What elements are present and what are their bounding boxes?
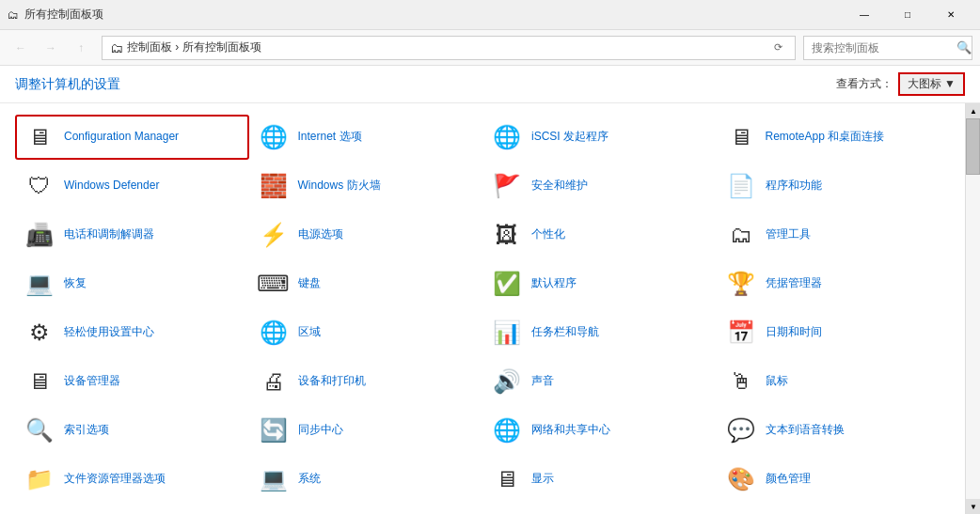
- keyboard-icon: ⌨: [257, 267, 291, 301]
- grid-item-recovery[interactable]: 💻恢复: [15, 261, 249, 306]
- grid-item-firewall[interactable]: 🧱Windows 防火墙: [249, 164, 483, 209]
- grid-item-system[interactable]: 💻系统: [249, 457, 483, 502]
- mouse-icon: 🖱: [724, 365, 758, 398]
- scrollbar: ▲ ▼: [965, 103, 980, 514]
- power-label: 电源选项: [298, 227, 343, 242]
- grid-item-speech[interactable]: 🎤语音识别: [717, 506, 951, 514]
- file-explorer-icon: 📁: [23, 462, 56, 496]
- grid-item-credential[interactable]: 🏆凭据管理器: [717, 261, 951, 306]
- grid-item-device-manager[interactable]: 🖥设备管理器: [15, 359, 249, 404]
- items-grid: 🖥Configuration Manager🌐Internet 选项🌐iSCSI…: [0, 103, 965, 514]
- scroll-track[interactable]: [966, 118, 980, 499]
- security-icon: 🚩: [490, 169, 524, 203]
- taskbar-label: 任务栏和导航: [531, 325, 599, 340]
- refresh-icon[interactable]: ⟳: [768, 39, 787, 57]
- grid-item-network[interactable]: 🌐网络和共享中心: [482, 408, 717, 453]
- config-manager-icon: 🖥: [23, 120, 56, 154]
- devices-printers-label: 设备和打印机: [298, 374, 366, 389]
- file-explorer-label: 文件资源管理器选项: [64, 472, 166, 487]
- grid-item-speech-recog[interactable]: 💬文本到语音转换: [717, 408, 951, 453]
- grid-item-phone[interactable]: 📠电话和调制解调器: [15, 212, 249, 257]
- power-icon: ⚡: [257, 218, 291, 252]
- close-button[interactable]: ✕: [929, 0, 972, 30]
- programs-label: 程序和功能: [766, 179, 822, 194]
- tools-label: 管理工具: [766, 227, 811, 242]
- grid-item-mouse[interactable]: 🖱鼠标: [717, 359, 951, 404]
- scroll-up-button[interactable]: ▲: [966, 103, 980, 118]
- security-label: 安全和维护: [531, 179, 588, 194]
- grid-item-taskbar[interactable]: 📊任务栏和导航: [482, 310, 717, 355]
- network-label: 网络和共享中心: [531, 423, 610, 438]
- grid-item-tools[interactable]: 🗂管理工具: [717, 212, 951, 257]
- address-bar[interactable]: 🗂 控制面板 › 所有控制面板项 ⟳: [102, 36, 796, 60]
- recovery-label: 恢复: [64, 276, 87, 291]
- grid-item-default-programs[interactable]: ✅默认程序: [482, 261, 717, 306]
- grid-item-keyboard[interactable]: ⌨键盘: [249, 261, 483, 306]
- grid-item-file-explorer[interactable]: 📁文件资源管理器选项: [15, 457, 249, 502]
- grid-item-defender[interactable]: 🛡Windows Defender: [15, 164, 249, 209]
- grid-item-power[interactable]: ⚡电源选项: [249, 212, 483, 257]
- grid-item-user-accounts[interactable]: 👤用户帐户: [249, 506, 483, 514]
- minimize-button[interactable]: —: [843, 0, 886, 30]
- grid-item-region[interactable]: 🌐区域: [249, 310, 483, 355]
- search-icon: 🔍: [956, 40, 972, 55]
- credential-icon: 🏆: [724, 267, 758, 301]
- defender-icon: 🛡: [23, 169, 56, 203]
- personalize-label: 个性化: [531, 227, 565, 242]
- titlebar-icon: 🗂: [8, 8, 19, 22]
- device-manager-label: 设备管理器: [64, 374, 120, 389]
- iscsi-icon: 🌐: [490, 120, 524, 154]
- view-button[interactable]: 大图标 ▼: [898, 72, 965, 96]
- index-icon: 🔍: [23, 413, 56, 447]
- titlebar-left: 🗂 所有控制面板项: [8, 7, 103, 23]
- grid-item-personalize[interactable]: 🖼个性化: [482, 212, 717, 257]
- remoteapp-label: RemoteApp 和桌面连接: [766, 130, 885, 145]
- speech-recog-label: 文本到语音转换: [766, 423, 845, 438]
- grid-item-iscsi[interactable]: 🌐iSCSI 发起程序: [482, 115, 717, 160]
- titlebar-controls: — □ ✕: [843, 0, 972, 30]
- grid-item-security[interactable]: 🚩安全和维护: [482, 164, 717, 209]
- scroll-down-button[interactable]: ▼: [966, 499, 980, 514]
- ease-icon: ⚙: [23, 316, 56, 350]
- search-bar[interactable]: 🔍: [803, 36, 972, 60]
- forward-button[interactable]: →: [38, 35, 64, 61]
- grid-columns: 🖥Configuration Manager🌐Internet 选项🌐iSCSI…: [15, 115, 950, 514]
- internet-options-icon: 🌐: [257, 120, 291, 154]
- color-icon: 🎨: [724, 462, 758, 496]
- titlebar: 🗂 所有控制面板项 — □ ✕: [0, 0, 980, 30]
- grid-item-language[interactable]: 🔤语言: [482, 506, 717, 514]
- system-label: 系统: [298, 472, 321, 487]
- datetime-icon: 📅: [724, 316, 758, 350]
- iscsi-label: iSCSI 发起程序: [531, 130, 609, 145]
- grid-item-internet-options[interactable]: 🌐Internet 选项: [249, 115, 483, 160]
- grid-item-ease[interactable]: ⚙轻松使用设置中心: [15, 310, 249, 355]
- grid-item-index[interactable]: 🔍索引选项: [15, 408, 249, 453]
- defender-label: Windows Defender: [64, 179, 159, 194]
- default-programs-label: 默认程序: [531, 276, 577, 291]
- grid-item-color[interactable]: 🎨颜色管理: [717, 457, 951, 502]
- tools-icon: 🗂: [724, 218, 758, 252]
- firewall-icon: 🧱: [257, 169, 291, 203]
- display-icon: 🖥: [490, 462, 524, 496]
- grid-item-sound[interactable]: 🔊声音: [482, 359, 717, 404]
- grid-item-datetime[interactable]: 📅日期和时间: [717, 310, 951, 355]
- grid-item-devices-printers[interactable]: 🖨设备和打印机: [249, 359, 483, 404]
- grid-item-display[interactable]: 🖥显示: [482, 457, 717, 502]
- back-button[interactable]: ←: [8, 35, 34, 61]
- up-button[interactable]: ↑: [68, 35, 94, 61]
- sound-label: 声音: [531, 374, 554, 389]
- keyboard-label: 键盘: [298, 276, 321, 291]
- view-label: 查看方式：: [836, 76, 893, 92]
- grid-item-config-manager[interactable]: 🖥Configuration Manager: [15, 115, 249, 160]
- titlebar-title: 所有控制面板项: [24, 7, 103, 23]
- index-label: 索引选项: [64, 423, 109, 438]
- sync-icon: 🔄: [257, 413, 291, 447]
- grid-item-programs[interactable]: 📄程序和功能: [717, 164, 951, 209]
- maximize-button[interactable]: □: [886, 0, 929, 30]
- view-controls: 查看方式： 大图标 ▼: [836, 72, 965, 96]
- search-input[interactable]: [812, 41, 953, 55]
- grid-item-sync[interactable]: 🔄同步中心: [249, 408, 483, 453]
- grid-item-trouble[interactable]: 🛠疑难解答: [15, 506, 249, 514]
- page-title[interactable]: 调整计算机的设置: [15, 76, 120, 93]
- grid-item-remoteapp[interactable]: 🖥RemoteApp 和桌面连接: [717, 115, 951, 160]
